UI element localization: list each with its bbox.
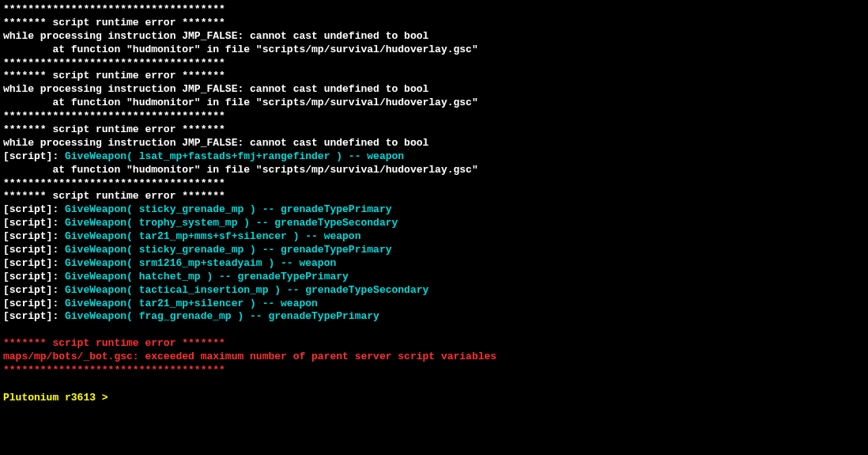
console-line: [3, 377, 865, 391]
console-line: [script]: GiveWeapon( tar21_mp+silencer …: [3, 298, 865, 311]
console-line: [script]: GiveWeapon( tar21_mp+mms+sf+si…: [3, 230, 865, 244]
console-text-segment: ************************************: [3, 3, 225, 15]
console-line: [script]: GiveWeapon( sticky_grenade_mp …: [3, 203, 865, 217]
console-text-segment: [script]:: [3, 298, 65, 309]
console-text-segment: ************************************: [3, 110, 225, 122]
console-text-segment: at function "hudmonitor" in file "script…: [3, 97, 478, 108]
console-line: at function "hudmonitor" in file "script…: [3, 97, 865, 110]
console-text-segment: ******* script runtime error *******: [3, 70, 225, 82]
console-line: ******* script runtime error *******: [3, 337, 865, 351]
console-text-segment: GiveWeapon( sticky_grenade_mp ) -- grena…: [65, 203, 391, 215]
console-line: maps/mp/bots/_bot.gsc: exceeded maximum …: [3, 351, 865, 364]
console-line: ************************************: [3, 110, 865, 123]
console-text-segment: ******* script runtime error *******: [3, 190, 225, 202]
console-text-segment: [script]:: [3, 310, 65, 322]
console-text-segment: at function "hudmonitor" in file "script…: [3, 164, 478, 176]
console-line: ************************************: [3, 364, 865, 377]
console-text-segment: [script]:: [3, 284, 65, 296]
console-line: ************************************: [3, 177, 865, 191]
console-line: [script]: GiveWeapon( tactical_insertion…: [3, 284, 865, 298]
console-line: ******* script runtime error *******: [3, 123, 865, 137]
console-text-segment: [script]:: [3, 257, 65, 269]
console-line: at function "hudmonitor" in file "script…: [3, 164, 865, 177]
console-line: [script]: GiveWeapon( srm1216_mp+steadya…: [3, 257, 865, 271]
console-text-segment: [script]:: [3, 244, 65, 256]
console-text-segment: ************************************: [3, 364, 225, 376]
console-text-segment: [script]:: [3, 150, 65, 162]
console-text-segment: GiveWeapon( sticky_grenade_mp ) -- grena…: [65, 244, 391, 256]
console-text-segment: [3, 324, 9, 336]
console-line: while processing instruction JMP_FALSE: …: [3, 83, 865, 97]
console-text-segment: GiveWeapon( frag_grenade_mp ) -- grenade…: [65, 310, 379, 322]
prompt-cursor: [108, 392, 115, 404]
console-line: [script]: GiveWeapon( frag_grenade_mp ) …: [3, 310, 865, 324]
console-line: [3, 324, 865, 337]
console-line: while processing instruction JMP_FALSE: …: [3, 137, 865, 150]
console-prompt[interactable]: Plutonium r3613 >: [3, 392, 865, 405]
console-text-segment: [script]:: [3, 230, 65, 242]
console-text-segment: GiveWeapon( lsat_mp+fastads+fmj+rangefin…: [65, 150, 404, 162]
console-text-segment: [script]:: [3, 203, 65, 215]
console-text-segment: GiveWeapon( hatchet_mp ) -- grenadeTypeP…: [65, 271, 349, 282]
console-text-segment: maps/mp/bots/_bot.gsc: exceeded maximum …: [3, 351, 496, 362]
console-text-segment: ******* script runtime error *******: [3, 337, 225, 349]
console-line: [script]: GiveWeapon( hatchet_mp ) -- gr…: [3, 271, 865, 284]
console-text-segment: [script]:: [3, 271, 65, 282]
console-text-segment: [script]:: [3, 217, 65, 229]
console-text-segment: ******* script runtime error *******: [3, 123, 225, 135]
console-text-segment: GiveWeapon( trophy_system_mp ) -- grenad…: [65, 217, 398, 229]
console-text-segment: GiveWeapon( srm1216_mp+steadyaim ) -- we…: [65, 257, 336, 269]
console-text-segment: ************************************: [3, 177, 225, 189]
console-text-segment: ******* script runtime error *******: [3, 17, 225, 28]
console-output: ****************************************…: [3, 3, 865, 391]
console-text-segment: GiveWeapon( tactical_insertion_mp ) -- g…: [65, 284, 428, 296]
console-line: ************************************: [3, 57, 865, 70]
console-line: [script]: GiveWeapon( trophy_system_mp )…: [3, 217, 865, 230]
console-text-segment: while processing instruction JMP_FALSE: …: [3, 137, 428, 149]
console-line: at function "hudmonitor" in file "script…: [3, 44, 865, 57]
console-line: [script]: GiveWeapon( lsat_mp+fastads+fm…: [3, 150, 865, 164]
console-text-segment: GiveWeapon( tar21_mp+silencer ) -- weapo…: [65, 298, 318, 309]
console-text-segment: GiveWeapon( tar21_mp+mms+sf+silencer ) -…: [65, 230, 360, 242]
console-text-segment: at function "hudmonitor" in file "script…: [3, 44, 478, 55]
console-line: ******* script runtime error *******: [3, 70, 865, 83]
console-line: ************************************: [3, 3, 865, 17]
console-text-segment: while processing instruction JMP_FALSE: …: [3, 83, 428, 95]
console-line: while processing instruction JMP_FALSE: …: [3, 30, 865, 44]
console-line: ******* script runtime error *******: [3, 17, 865, 30]
prompt-label: Plutonium r3613 >: [3, 392, 108, 404]
console-line: [script]: GiveWeapon( sticky_grenade_mp …: [3, 244, 865, 257]
console-line: ******* script runtime error *******: [3, 190, 865, 203]
console-text-segment: ************************************: [3, 57, 225, 69]
console-text-segment: while processing instruction JMP_FALSE: …: [3, 30, 428, 42]
console-text-segment: [3, 377, 9, 389]
